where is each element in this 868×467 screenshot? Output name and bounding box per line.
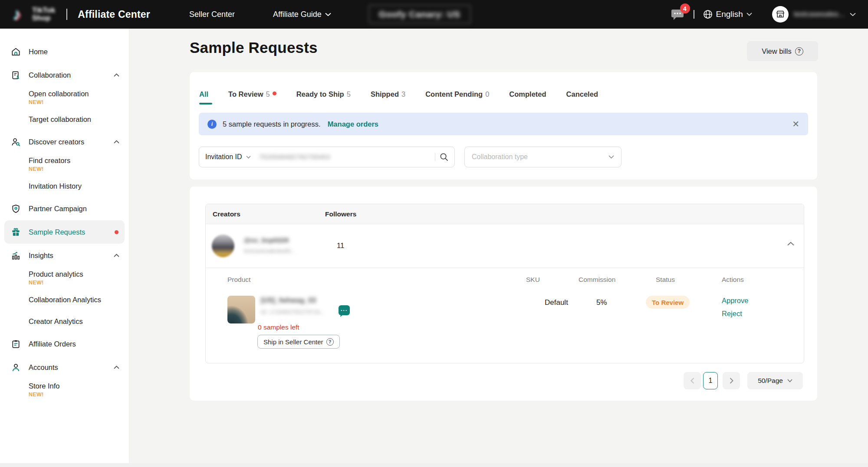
requests-card: Creators Followers @xx_bsp0229 testcases… <box>190 186 817 401</box>
tab-content-pending[interactable]: Content Pending 0 <box>425 86 489 105</box>
collapse-row-chevron[interactable] <box>787 242 794 246</box>
tab-label: Completed <box>509 90 546 98</box>
home-icon <box>10 46 21 57</box>
topbar: ♪♪♪ TikTok Shop Affiliate Center Seller … <box>0 0 868 29</box>
sidebar-item-accounts[interactable]: Accounts <box>0 356 129 379</box>
approve-link[interactable]: Approve <box>722 297 748 305</box>
requests-table: Creators Followers @xx_bsp0229 testcases… <box>205 204 804 363</box>
product-id: ID: 1729492750279716... <box>261 309 325 315</box>
tab-completed[interactable]: Completed <box>509 86 546 105</box>
chat-message-icon[interactable]: ··· <box>339 305 350 315</box>
new-badge: NEW! <box>29 392 119 398</box>
sidebar-item-partner-campaign[interactable]: Partner Campaign <box>0 197 129 220</box>
sidebar-item-target-collaboration[interactable]: Target collaboration <box>0 108 129 130</box>
status-badge: To Review <box>646 296 690 309</box>
sidebar-item-store-info[interactable]: Store Info NEW! <box>0 379 129 401</box>
tab-count: 0 <box>485 90 489 98</box>
tab-shipped[interactable]: Shipped 3 <box>371 86 405 105</box>
sidebar-item-collaboration[interactable]: Collaboration <box>0 63 129 87</box>
sidebar-item-label: Partner Campaign <box>29 205 87 213</box>
column-commission: Commission <box>579 276 615 284</box>
view-bills-button[interactable]: View bills ? <box>747 41 818 61</box>
account-menu[interactable]: testcasesales... <box>772 6 856 23</box>
gift-icon <box>10 227 21 237</box>
product-thumbnail <box>227 296 255 323</box>
unread-dot <box>115 230 118 234</box>
sidebar-item-label: Invitation History <box>29 182 119 190</box>
sidebar-item-label: Target collaboration <box>29 115 119 124</box>
chevron-up-icon <box>114 254 119 257</box>
manage-orders-link[interactable]: Manage orders <box>328 120 378 128</box>
sidebar-item-label: Home <box>29 48 48 56</box>
banner-message: 5 sample requests in progress. <box>223 120 321 128</box>
sidebar-item-label: Find creators <box>29 157 119 165</box>
creator-handle: @xx_bsp0229 <box>244 236 289 244</box>
sidebar-item-label: Discover creators <box>29 138 84 146</box>
sidebar-item-sample-requests[interactable]: Sample Requests <box>4 220 125 244</box>
sidebar-item-open-collaboration[interactable]: Open collaboration NEW! <box>0 87 129 108</box>
chevron-down-icon <box>246 156 251 159</box>
product-name: [US]_fwhwag_03 <box>261 297 316 304</box>
search-icon[interactable] <box>440 153 448 161</box>
chevron-up-icon <box>114 366 119 369</box>
tab-label: All <box>199 90 208 98</box>
sidebar-item-insights[interactable]: Insights <box>0 244 129 267</box>
tab-ready-to-ship[interactable]: Ready to Ship 5 <box>296 86 351 105</box>
sidebar-item-discover-creators[interactable]: Discover creators <box>0 130 129 153</box>
tab-all[interactable]: All <box>199 86 208 105</box>
alert-dot <box>273 91 276 95</box>
new-badge: NEW! <box>29 280 119 286</box>
messages-button[interactable]: 4 <box>670 8 685 21</box>
sidebar-item-invitation-history[interactable]: Invitation History <box>0 175 129 197</box>
new-badge: NEW! <box>29 166 119 172</box>
sidebar-item-label: Collaboration Analytics <box>29 296 119 304</box>
filters-card: All To Review 5 Ready to Ship 5 Shipped … <box>190 72 817 180</box>
search-input[interactable]: 7520546492782755453 <box>259 153 431 161</box>
page-number-button[interactable]: 1 <box>703 372 718 389</box>
sidebar-item-label: Open collaboration <box>29 90 119 98</box>
sidebar-item-label: Product analytics <box>29 270 119 278</box>
column-actions: Actions <box>722 276 744 284</box>
followers-value: 11 <box>337 242 344 250</box>
nav-affiliate-guide[interactable]: Affiliate Guide <box>273 10 331 19</box>
ship-in-seller-center-button[interactable]: Ship in Seller Center ? <box>257 335 340 349</box>
tab-canceled[interactable]: Canceled <box>566 86 598 105</box>
input-separator <box>435 153 435 161</box>
column-status: Status <box>656 276 675 284</box>
nav-seller-center[interactable]: Seller Center <box>189 10 235 19</box>
tiktok-shop-logo[interactable]: ♪♪♪ TikTok Shop <box>13 6 55 23</box>
sidebar-item-affiliate-orders[interactable]: Affiliate Orders <box>0 332 129 356</box>
topbar-divider <box>66 9 67 20</box>
account-name: testcasesales... <box>794 10 845 19</box>
sidebar-item-find-creators[interactable]: Find creators NEW! <box>0 153 129 175</box>
sidebar-item-label: Insights <box>29 251 53 260</box>
insights-chart-icon <box>10 250 21 261</box>
logo-text: TikTok Shop <box>32 7 55 22</box>
language-selector[interactable]: English <box>703 10 752 19</box>
reject-link[interactable]: Reject <box>722 310 742 318</box>
previous-page-button[interactable] <box>684 372 701 389</box>
search-type-select[interactable]: Invitation ID <box>205 153 251 161</box>
collaboration-type-select[interactable]: Collaboration type <box>464 147 621 167</box>
chevron-down-icon <box>850 13 856 16</box>
status-tabs: All To Review 5 Ready to Ship 5 Shipped … <box>199 85 598 106</box>
invitation-search[interactable]: Invitation ID 7520546492782755453 <box>199 147 455 167</box>
tab-to-review[interactable]: To Review 5 <box>228 86 276 105</box>
topbar-separator <box>694 10 694 19</box>
new-badge: NEW! <box>29 99 119 105</box>
sidebar-item-product-analytics[interactable]: Product analytics NEW! <box>0 267 129 289</box>
close-icon[interactable]: ✕ <box>792 120 799 128</box>
product-subsection: Product SKU Commission Status Actions [U… <box>206 268 804 363</box>
table-header: Creators Followers <box>206 204 804 224</box>
page-size-select[interactable]: 50/Page <box>747 372 803 389</box>
sidebar-item-home[interactable]: Home <box>0 40 129 63</box>
tab-label: Ready to Ship <box>296 90 344 98</box>
column-creators: Creators <box>213 210 240 218</box>
sidebar-item-collaboration-analytics[interactable]: Collaboration Analytics <box>0 289 129 310</box>
person-icon <box>10 362 21 372</box>
store-environment-badge: Goofy Canary: US <box>368 5 471 24</box>
seller-center-label: Seller Center <box>189 10 235 19</box>
sidebar-item-creator-analytics[interactable]: Creator Analytics <box>0 310 129 332</box>
ship-button-label: Ship in Seller Center <box>263 338 323 346</box>
next-page-button[interactable] <box>723 372 740 389</box>
